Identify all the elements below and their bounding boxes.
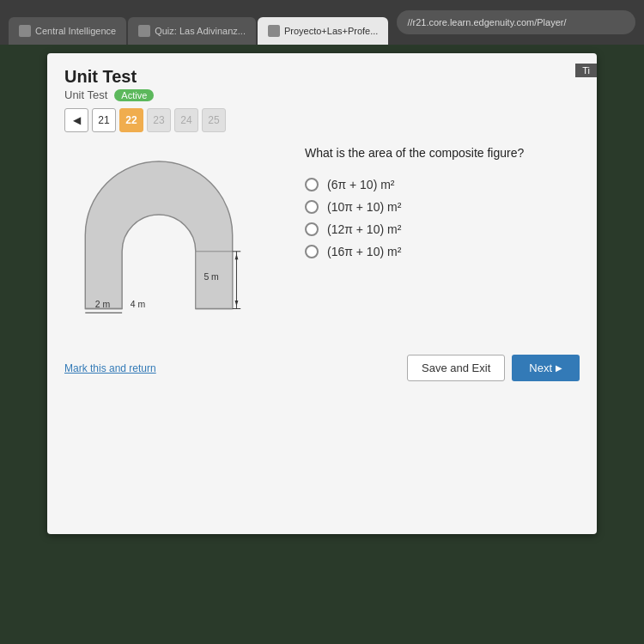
tab-central-intelligence[interactable]: Central Intelligence bbox=[9, 17, 126, 45]
answer-choices: (6π + 10) m² (10π + 10) m² (12π + 10) m²… bbox=[305, 178, 580, 258]
tab-label-2: Quiz: Las Adivinanz... bbox=[155, 26, 246, 36]
choice-text-b: (10π + 10) m² bbox=[327, 200, 401, 214]
svg-text:5 m: 5 m bbox=[204, 272, 219, 282]
tab-quiz[interactable]: Quiz: Las Adivinanz... bbox=[128, 17, 256, 45]
answer-choice-c[interactable]: (12π + 10) m² bbox=[305, 222, 580, 236]
main-area: Ti Unit Test Unit Test Active ◀ 21 22 23… bbox=[0, 45, 644, 644]
question-nav: ◀ 21 22 23 24 25 bbox=[64, 108, 580, 132]
address-bar[interactable]: //r21.core.learn.edgenuity.com/Player/ bbox=[397, 10, 635, 34]
save-exit-button[interactable]: Save and Exit bbox=[407, 355, 505, 381]
svg-marker-10 bbox=[235, 254, 239, 260]
question-area: What is the area of the composite figure… bbox=[305, 145, 580, 320]
radio-b[interactable] bbox=[305, 200, 319, 214]
tab-label-3: Proyecto+Las+Profe... bbox=[284, 26, 378, 36]
footer-buttons: Save and Exit Next bbox=[407, 355, 580, 381]
breadcrumb: Unit Test bbox=[64, 88, 107, 101]
radio-c[interactable] bbox=[305, 222, 319, 236]
browser-bar: Central Intelligence Quiz: Las Adivinanz… bbox=[0, 0, 644, 45]
tab-favicon-2 bbox=[138, 25, 150, 37]
nav-q21[interactable]: 21 bbox=[92, 108, 116, 132]
figure-area: 2 m 4 m 5 m bbox=[64, 145, 288, 320]
nav-prev-button[interactable]: ◀ bbox=[64, 108, 88, 132]
svg-text:4 m: 4 m bbox=[131, 300, 146, 309]
choice-text-d: (16π + 10) m² bbox=[327, 245, 401, 258]
breadcrumb-row: Unit Test Active bbox=[64, 88, 580, 101]
answer-choice-d[interactable]: (16π + 10) m² bbox=[305, 245, 580, 258]
composite-figure-svg: 2 m 4 m 5 m bbox=[64, 145, 253, 317]
address-text: //r21.core.learn.edgenuity.com/Player/ bbox=[407, 17, 566, 27]
svg-marker-11 bbox=[235, 301, 239, 307]
tab-favicon-3 bbox=[268, 25, 280, 37]
content-card: Ti Unit Test Unit Test Active ◀ 21 22 23… bbox=[47, 53, 597, 534]
top-right-label: Ti bbox=[575, 64, 597, 77]
question-text: What is the area of the composite figure… bbox=[305, 145, 580, 162]
radio-a[interactable] bbox=[305, 178, 319, 191]
nav-q24[interactable]: 24 bbox=[174, 108, 198, 132]
answer-choice-a[interactable]: (6π + 10) m² bbox=[305, 178, 580, 191]
choice-text-a: (6π + 10) m² bbox=[327, 178, 395, 191]
card-body: 2 m 4 m 5 m What is bbox=[64, 145, 580, 320]
radio-d[interactable] bbox=[305, 245, 319, 258]
nav-q25[interactable]: 25 bbox=[202, 108, 226, 132]
status-badge: Active bbox=[114, 89, 154, 101]
next-button[interactable]: Next bbox=[512, 355, 580, 381]
nav-q23[interactable]: 23 bbox=[147, 108, 171, 132]
card-header: Unit Test Unit Test Active ◀ 21 22 23 24… bbox=[64, 67, 580, 132]
answer-choice-b[interactable]: (10π + 10) m² bbox=[305, 200, 580, 214]
mark-return-link[interactable]: Mark this and return bbox=[64, 362, 156, 374]
tab-proyecto[interactable]: Proyecto+Las+Profe... bbox=[258, 17, 388, 45]
page-title: Unit Test bbox=[64, 67, 580, 87]
browser-tabs: Central Intelligence Quiz: Las Adivinanz… bbox=[9, 0, 388, 45]
tab-favicon-1 bbox=[19, 25, 31, 37]
choice-text-c: (12π + 10) m² bbox=[327, 222, 401, 236]
tab-label-1: Central Intelligence bbox=[35, 26, 116, 36]
svg-text:2 m: 2 m bbox=[95, 300, 111, 309]
nav-q22[interactable]: 22 bbox=[119, 108, 143, 132]
card-footer: Mark this and return Save and Exit Next bbox=[64, 346, 580, 381]
